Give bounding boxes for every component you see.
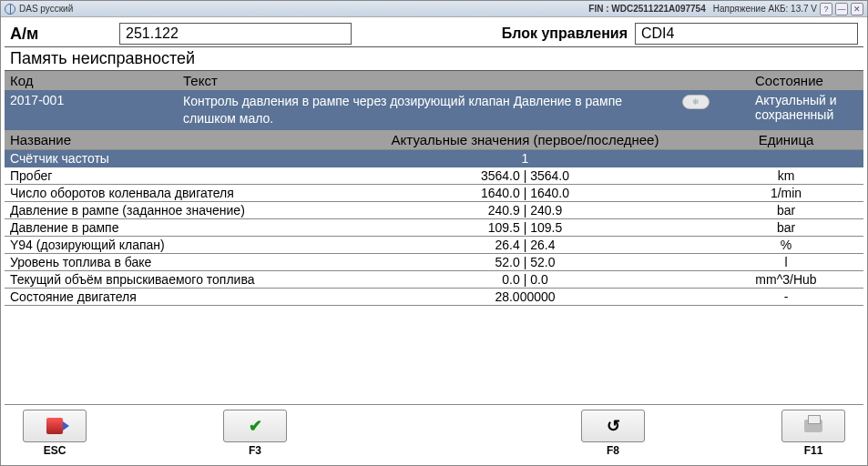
- data-header-name: Название: [5, 130, 342, 149]
- freeze-frame-cell: [677, 90, 750, 130]
- data-cell-name: Y94 (дозирующий клапан): [5, 237, 342, 253]
- data-cell-value: 109.5 | 109.5: [342, 219, 709, 236]
- data-cell-name: Уровень топлива в баке: [5, 254, 342, 270]
- data-row[interactable]: Число оборотов коленвала двигателя1640.0…: [5, 185, 863, 202]
- fault-code: 2017-001: [5, 90, 178, 130]
- empty-space: [5, 306, 863, 405]
- section-title: Память неисправностей: [5, 47, 863, 71]
- f3-button[interactable]: ✔: [223, 410, 287, 442]
- data-row[interactable]: Давление в рампе109.5 | 109.5bar: [5, 219, 863, 237]
- fault-text: Контроль давления в рампе через дозирующ…: [178, 90, 677, 130]
- help-button[interactable]: [820, 3, 832, 15]
- data-cell-value: 0.0 | 0.0: [342, 271, 709, 288]
- data-cell-name: Давление в рампе (заданное значение): [5, 202, 342, 218]
- data-cell-unit: bar: [709, 219, 863, 236]
- app-title: DAS русский: [19, 4, 73, 14]
- refresh-icon: ↺: [607, 416, 620, 436]
- exit-icon: [46, 418, 63, 434]
- battery-voltage-label: Напряжение АКБ: 13.7 V: [713, 4, 817, 14]
- content-area: А/м 251.122 Блок управления CDI4 Память …: [1, 17, 867, 465]
- fault-header-state: Состояние: [750, 71, 863, 90]
- data-cell-unit: %: [709, 237, 863, 253]
- fault-header-code: Код: [5, 71, 178, 90]
- f3-button-wrap: ✔ F3: [223, 410, 287, 457]
- vehicle-info-row: А/м 251.122 Блок управления CDI4: [5, 21, 863, 47]
- fault-state: Актуальный и сохраненный: [750, 90, 863, 130]
- data-row[interactable]: Пробег3564.0 | 3564.0km: [5, 167, 863, 185]
- esc-button[interactable]: [23, 410, 87, 442]
- am-value-field[interactable]: 251.122: [119, 23, 352, 45]
- data-cell-value: 240.9 | 240.9: [342, 202, 709, 218]
- data-table-header: Название Актуальные значения (первое/пос…: [5, 130, 863, 149]
- data-cell-value: 26.4 | 26.4: [342, 237, 709, 253]
- data-row[interactable]: Уровень топлива в баке52.0 | 52.0l: [5, 254, 863, 271]
- ecu-value-field[interactable]: CDI4: [635, 23, 858, 45]
- data-cell-name: Счётчик частоты: [5, 150, 342, 167]
- data-cell-unit: km: [709, 167, 863, 184]
- data-cell-unit: [709, 150, 863, 167]
- data-cell-unit: l: [709, 254, 863, 270]
- app-logo-icon: [5, 4, 15, 15]
- data-cell-unit: bar: [709, 202, 863, 218]
- f8-label: F8: [607, 444, 619, 457]
- fault-header-ff: [677, 71, 750, 90]
- freeze-frame-icon[interactable]: [682, 95, 710, 109]
- data-cell-name: Пробег: [5, 167, 342, 184]
- data-cell-value: 1: [342, 150, 709, 167]
- f3-label: F3: [249, 444, 261, 457]
- data-row[interactable]: Y94 (дозирующий клапан)26.4 | 26.4%: [5, 237, 863, 254]
- fault-table-header: Код Текст Состояние: [5, 71, 863, 90]
- am-label: А/м: [10, 25, 119, 44]
- data-cell-value: 28.000000: [342, 289, 709, 305]
- esc-button-wrap: ESC: [23, 410, 87, 457]
- data-row[interactable]: Состояние двигателя28.000000-: [5, 289, 863, 306]
- data-table-body: Счётчик частоты1Пробег3564.0 | 3564.0kmЧ…: [5, 149, 863, 306]
- fin-label: FIN : WDC2511221A097754: [588, 4, 705, 14]
- print-icon: [804, 420, 822, 432]
- close-button[interactable]: [851, 3, 863, 15]
- f11-button[interactable]: [781, 410, 845, 442]
- f11-label: F11: [804, 444, 823, 457]
- data-cell-value: 52.0 | 52.0: [342, 254, 709, 270]
- footer-bar: ESC ✔ F3 ↺ F8 F11: [5, 405, 863, 461]
- data-header-unit: Единица: [709, 130, 863, 149]
- data-row[interactable]: Счётчик частоты1: [5, 150, 863, 167]
- f8-button[interactable]: ↺: [581, 410, 645, 442]
- f8-button-wrap: ↺ F8: [581, 410, 645, 457]
- ecu-label: Блок управления: [502, 25, 628, 42]
- fault-header-text: Текст: [178, 71, 677, 90]
- app-window: DAS русский FIN : WDC2511221A097754 Напр…: [0, 0, 868, 466]
- data-cell-name: Число оборотов коленвала двигателя: [5, 185, 342, 201]
- titlebar: DAS русский FIN : WDC2511221A097754 Напр…: [1, 1, 867, 17]
- check-icon: ✔: [249, 416, 262, 436]
- data-header-value: Актуальные значения (первое/последнее): [342, 130, 709, 149]
- data-cell-value: 1640.0 | 1640.0: [342, 185, 709, 201]
- data-cell-unit: mm^3/Hub: [709, 271, 863, 288]
- f11-button-wrap: F11: [781, 410, 845, 457]
- minimize-button[interactable]: [835, 3, 848, 15]
- fault-row[interactable]: 2017-001 Контроль давления в рампе через…: [5, 90, 863, 130]
- data-cell-name: Давление в рампе: [5, 219, 342, 236]
- data-cell-name: Состояние двигателя: [5, 289, 342, 305]
- data-row[interactable]: Текущий объём впрыскиваемого топлива0.0 …: [5, 271, 863, 289]
- esc-label: ESC: [44, 444, 66, 457]
- data-cell-unit: 1/min: [709, 185, 863, 201]
- data-cell-name: Текущий объём впрыскиваемого топлива: [5, 271, 342, 288]
- data-row[interactable]: Давление в рампе (заданное значение)240.…: [5, 202, 863, 219]
- data-cell-unit: -: [709, 289, 863, 305]
- data-cell-value: 3564.0 | 3564.0: [342, 167, 709, 184]
